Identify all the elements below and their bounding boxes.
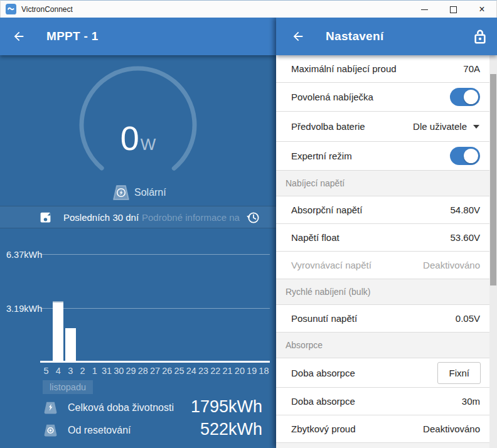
bar-body-segment xyxy=(53,302,63,362)
gridline xyxy=(40,308,270,309)
close-icon: × xyxy=(479,4,484,14)
stat-value: 1795kWh xyxy=(191,397,262,417)
power-unit: W xyxy=(141,135,156,154)
settings-list: Maximální nabíjecí proud70APovolená nabí… xyxy=(276,55,489,448)
solar-source-row: Solární xyxy=(0,184,276,203)
lightning-panel-icon xyxy=(43,401,58,415)
setting-value: 0.05V xyxy=(456,313,480,324)
chart-x-axis xyxy=(40,361,270,363)
save-history-button[interactable] xyxy=(39,211,52,227)
settings-section-header: Nabíjecí napětí xyxy=(276,171,489,196)
settings-section-header: Vyrovnávání xyxy=(276,443,489,448)
settings-row[interactable]: Zbytkový proudDeaktivováno xyxy=(276,415,489,443)
daily-yield-chart: 6.37kWh3.19kWh 5432131302928272625242322… xyxy=(0,228,276,395)
gridline xyxy=(40,254,270,255)
unlock-button[interactable] xyxy=(472,28,488,45)
power-reading: 0 W xyxy=(75,120,201,159)
minimize-icon xyxy=(421,9,428,10)
back-arrow-icon xyxy=(291,29,305,43)
settings-row[interactable]: Expertní režim xyxy=(276,142,489,171)
settings-section-header: Absorpce xyxy=(276,333,489,358)
setting-label: Absorpční napětí xyxy=(291,205,450,215)
x-axis-day-label: 26 xyxy=(161,366,173,376)
settings-row[interactable]: Doba absorpceFixní xyxy=(276,358,489,388)
settings-row[interactable]: Maximální nabíjecí proud70A xyxy=(276,55,489,83)
x-axis-day-label: 24 xyxy=(185,366,197,376)
settings-row[interactable]: Doba absorpce30m xyxy=(276,388,489,415)
toggle-knob xyxy=(464,149,478,163)
settings-panel-header: Nastavení xyxy=(276,18,497,55)
settings-panel: Nastavení Maximální nabíjecí proud70APov… xyxy=(276,18,497,448)
settings-row[interactable]: Posunutí napětí0.05V xyxy=(276,305,489,333)
scrollbar-thumb[interactable] xyxy=(490,74,496,285)
bar-body-segment xyxy=(65,328,76,362)
setting-value: Deaktivováno xyxy=(423,424,480,434)
history-button[interactable] xyxy=(246,210,260,227)
dropdown-value: Dle uživatele xyxy=(413,121,467,132)
y-axis-tick-label: 3.19kWh xyxy=(6,304,42,314)
back-arrow-icon xyxy=(12,29,26,43)
toggle-switch[interactable] xyxy=(450,88,480,106)
setting-label: Zbytkový proud xyxy=(291,424,423,434)
x-axis-day-label: 28 xyxy=(137,366,149,376)
setting-label: Doba absorpce xyxy=(291,396,462,407)
device-title: MPPT - 1 xyxy=(46,29,99,43)
back-button-left[interactable] xyxy=(11,29,26,44)
victronconnect-window: VictronConnect × MPPT - 1 0 W xyxy=(0,0,497,448)
close-button[interactable]: × xyxy=(468,1,496,18)
x-axis-day-label: 31 xyxy=(100,366,112,376)
chevron-down-icon xyxy=(473,125,479,129)
device-panel: MPPT - 1 0 W Solární xyxy=(0,18,276,448)
setting-label: Doba absorpce xyxy=(291,368,437,378)
stat-label: Celková doba životnosti xyxy=(68,402,174,413)
target-panel-icon xyxy=(43,424,58,437)
x-axis-day-label: 22 xyxy=(210,366,222,376)
chart-month-label: listopadu xyxy=(43,380,93,394)
setting-value: 30m xyxy=(462,396,480,407)
settings-row[interactable]: Absorpční napětí54.80V xyxy=(276,196,489,224)
setting-label: Maximální nabíjecí proud xyxy=(291,63,463,74)
setting-label: Absorpce xyxy=(286,340,489,350)
setting-label: Vyrovnávací napětí xyxy=(291,260,423,270)
settings-row[interactable]: Vyrovnávací napětíDeaktivováno xyxy=(276,252,489,279)
x-axis-day-label: 1 xyxy=(88,366,100,376)
setting-label: Posunutí napětí xyxy=(291,313,456,324)
x-axis-day-label: 30 xyxy=(113,366,125,376)
minimize-button[interactable] xyxy=(410,1,439,18)
save-icon xyxy=(39,211,52,224)
solar-source-label: Solární xyxy=(134,187,166,198)
titlebar: VictronConnect × xyxy=(0,0,497,18)
x-axis-day-label: 2 xyxy=(77,366,88,376)
back-button-settings[interactable] xyxy=(291,29,306,44)
history-hint-label: Podrobné informace na xyxy=(142,212,240,223)
settings-row[interactable]: Předvolba baterieDle uživatele xyxy=(276,112,489,142)
maximize-icon xyxy=(450,6,457,13)
settings-title: Nastavení xyxy=(326,29,383,43)
x-axis-day-label: 4 xyxy=(52,366,64,376)
x-axis-day-label: 20 xyxy=(233,366,245,376)
x-axis-day-label: 18 xyxy=(258,366,270,376)
window-controls: × xyxy=(410,1,496,18)
device-panel-header: MPPT - 1 xyxy=(0,18,276,55)
setting-label: Rychlé nabíjení (bulk) xyxy=(286,287,489,297)
settings-scrollbar[interactable] xyxy=(489,55,497,448)
app-logo-icon xyxy=(6,4,16,14)
x-axis-day-label: 23 xyxy=(197,366,209,376)
toggle-switch[interactable] xyxy=(450,147,480,165)
chart-x-labels: 543213130292827262524232221201918 xyxy=(40,366,270,376)
x-axis-day-label: 21 xyxy=(222,366,233,376)
setting-label: Povolená nabíječka xyxy=(291,92,450,102)
history-icon xyxy=(246,210,260,225)
dropdown-select[interactable]: Dle uživatele xyxy=(413,121,479,132)
stat-row-lifetime: Celková doba životnosti 1795kWh xyxy=(0,399,276,418)
settings-row[interactable]: Napětí float53.60V xyxy=(276,224,489,252)
maximize-button[interactable] xyxy=(439,1,468,18)
app-title: VictronConnect xyxy=(21,5,73,14)
x-axis-day-label: 29 xyxy=(125,366,137,376)
setting-value: 53.60V xyxy=(450,232,480,243)
stat-label: Od resetování xyxy=(68,425,131,436)
settings-row[interactable]: Povolená nabíječka xyxy=(276,83,489,112)
setting-value: Deaktivováno xyxy=(423,260,480,270)
x-axis-day-label: 25 xyxy=(173,366,185,376)
setting-mode-button[interactable]: Fixní xyxy=(437,362,481,384)
